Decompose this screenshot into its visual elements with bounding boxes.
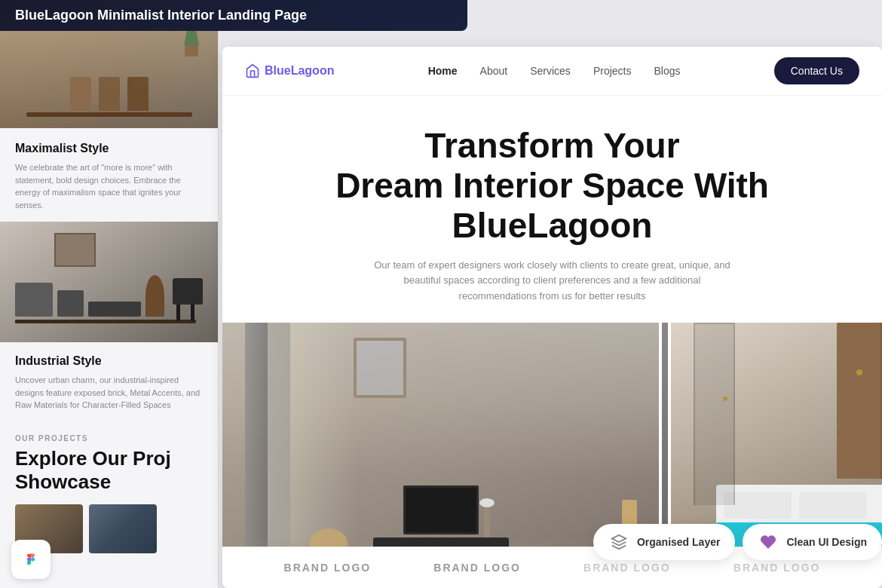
projects-label: OUR PROJECTS (15, 434, 203, 443)
brand-logo-2: BRAND LOGO (433, 562, 521, 574)
contact-button[interactable]: Contact Us (774, 57, 859, 84)
wardrobe (837, 323, 882, 479)
layers-icon (608, 531, 629, 553)
main-website-panel: BlueLagoon Home About Services Projects … (222, 47, 882, 588)
nav-link-about[interactable]: About (480, 65, 508, 77)
clean-badge: Clean UI Design (743, 524, 882, 560)
home-icon (245, 63, 260, 78)
nav-item-home[interactable]: Home (428, 64, 458, 78)
bottom-badges: Organised Layer Clean UI Design (593, 524, 882, 560)
industrial-desc: Uncover urban charm, our industrial-insp… (15, 374, 203, 412)
figma-icon (20, 549, 41, 570)
hero-title: Transform Your Dream Interior Space With… (268, 126, 837, 246)
nav-item-about[interactable]: About (480, 64, 508, 78)
nav-item-services[interactable]: Services (530, 64, 571, 78)
nav-link-home[interactable]: Home (428, 65, 458, 77)
pillow-2 (799, 492, 867, 519)
maximalist-title: Maximalist Style (15, 142, 203, 155)
organised-badge-text: Organised Layer (637, 536, 721, 548)
brand-logo-4: BRAND LOGO (733, 562, 821, 574)
logo-rest: Lagoon (291, 64, 335, 77)
title-text: BlueLagoon Minimalist Interior Landing P… (15, 8, 307, 23)
industrial-title: Industrial Style (15, 354, 203, 368)
logo-blue: Blue (265, 64, 291, 77)
door-frame (694, 323, 735, 505)
hero-subtitle: Our team of expert designers work closel… (364, 258, 741, 305)
navbar: BlueLagoon Home About Services Projects … (222, 47, 882, 96)
figma-badge (11, 540, 51, 579)
title-bar: BlueLagoon Minimalist Interior Landing P… (0, 0, 467, 31)
brand-logo-1: BRAND LOGO (284, 562, 372, 574)
heart-icon (758, 531, 779, 553)
nav-links: Home About Services Projects Blogs (428, 64, 681, 78)
logo: BlueLagoon (245, 63, 334, 78)
svg-marker-0 (612, 535, 626, 542)
projects-title: Explore Our Proj Showcase (15, 447, 203, 494)
industrial-section: Industrial Style Uncover urban charm, ou… (0, 342, 218, 422)
hero-room-image: Organised Layer Clean UI Design (222, 323, 882, 583)
mirror (354, 338, 406, 398)
logo-text: BlueLagoon (265, 64, 334, 78)
clean-badge-text: Clean UI Design (786, 536, 867, 548)
nav-link-services[interactable]: Services (530, 65, 571, 77)
organised-badge: Organised Layer (593, 524, 736, 560)
nav-item-projects[interactable]: Projects (593, 64, 632, 78)
tv-screen (403, 485, 479, 534)
maximalist-desc: We celebrate the art of "more is more" w… (15, 161, 203, 211)
industrial-image (0, 222, 218, 342)
project-image-2 (89, 504, 157, 553)
maximalist-section: Maximalist Style We celebrate the art of… (0, 128, 218, 222)
nav-link-blogs[interactable]: Blogs (654, 65, 680, 77)
left-sidebar: Maximalist Style We celebrate the art of… (0, 0, 219, 588)
hero-section: Transform Your Dream Interior Space With… (222, 96, 882, 305)
nav-link-projects[interactable]: Projects (593, 65, 632, 77)
nav-item-blogs[interactable]: Blogs (654, 64, 680, 78)
brand-logo-3: BRAND LOGO (583, 562, 671, 574)
